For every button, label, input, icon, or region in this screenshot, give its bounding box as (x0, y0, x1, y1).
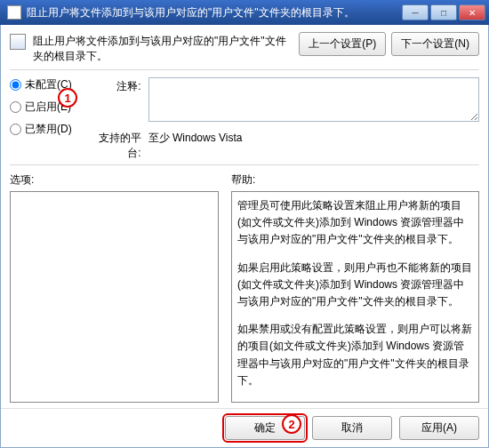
policy-icon (10, 34, 26, 50)
window-controls: ─ □ ✕ (402, 4, 485, 20)
fields: 注释: 支持的平台: 至少 Windows Vista (88, 77, 479, 161)
previous-setting-button[interactable]: 上一个设置(P) (299, 32, 386, 56)
app-icon (7, 5, 21, 20)
cancel-button[interactable]: 取消 (312, 416, 392, 440)
nav-buttons: 上一个设置(P) 下一个设置(N) (299, 32, 479, 56)
radio-not-configured[interactable]: 未配置(C) (10, 77, 72, 92)
radio-enabled-label: 已启用(E) (25, 100, 71, 115)
help-paragraph: 管理员可使用此策略设置来阻止用户将新的项目(如文件或文件夹)添加到 Window… (237, 197, 473, 249)
help-label: 帮助: (231, 172, 255, 188)
radio-group: 未配置(C) 已启用(E) 已禁用(D) 1 (10, 77, 72, 161)
platform-value: 至少 Windows Vista (148, 129, 479, 146)
minimize-button[interactable]: ─ (402, 4, 429, 20)
help-pane: 管理员可使用此策略设置来阻止用户将新的项目(如文件或文件夹)添加到 Window… (231, 191, 479, 403)
window-title: 阻止用户将文件添加到与该用户对应的"用户文件"文件夹的根目录下。 (27, 5, 402, 20)
options-pane (10, 191, 219, 403)
client-area: 阻止用户将文件添加到与该用户对应的"用户文件"文件夹的根目录下。 上一个设置(P… (0, 25, 489, 448)
ok-button[interactable]: 确定 (225, 416, 305, 440)
comment-label: 注释: (88, 77, 141, 94)
apply-button[interactable]: 应用(A) (399, 416, 479, 440)
platform-label: 支持的平台: (88, 129, 141, 161)
help-paragraph: 如果启用此策略设置，则用户再也不能将新的项目(如文件或文件夹)添加到 Windo… (237, 260, 473, 311)
comment-row: 注释: (88, 77, 479, 122)
help-paragraph: 如果禁用或没有配置此策略设置，则用户可以将新的项目(如文件或文件夹)添加到 Wi… (237, 321, 473, 389)
options-label: 选项: (10, 172, 219, 188)
footer: 2 确定 取消 应用(A) (1, 408, 488, 447)
panes: 管理员可使用此策略设置来阻止用户将新的项目(如文件或文件夹)添加到 Window… (1, 191, 488, 408)
header-row: 阻止用户将文件添加到与该用户对应的"用户文件"文件夹的根目录下。 上一个设置(P… (1, 25, 488, 69)
next-setting-button[interactable]: 下一个设置(N) (391, 32, 479, 56)
platform-row: 支持的平台: 至少 Windows Vista (88, 129, 479, 161)
radio-not-configured-input[interactable] (10, 79, 21, 91)
radio-not-configured-label: 未配置(C) (25, 77, 72, 92)
radio-enabled[interactable]: 已启用(E) (10, 100, 72, 115)
policy-title: 阻止用户将文件添加到与该用户对应的"用户文件"文件夹的根目录下。 (33, 32, 292, 64)
radio-disabled[interactable]: 已禁用(D) (10, 122, 72, 137)
help-paragraph: 注意: 启用此策略设置并不能阻止用户将新的项目(如文件和文件夹)添加到 %use… (237, 400, 473, 403)
maximize-button[interactable]: □ (430, 4, 457, 20)
config-area: 未配置(C) 已启用(E) 已禁用(D) 1 注释: 支持的平台: 至少 Win… (1, 70, 488, 164)
close-button[interactable]: ✕ (459, 4, 485, 20)
radio-disabled-input[interactable] (10, 124, 21, 135)
radio-enabled-input[interactable] (10, 101, 21, 113)
titlebar: 阻止用户将文件添加到与该用户对应的"用户文件"文件夹的根目录下。 ─ □ ✕ (0, 0, 489, 25)
radio-disabled-label: 已禁用(D) (25, 122, 72, 137)
pane-labels: 选项: 帮助: (1, 165, 488, 191)
comment-input[interactable] (148, 77, 479, 122)
